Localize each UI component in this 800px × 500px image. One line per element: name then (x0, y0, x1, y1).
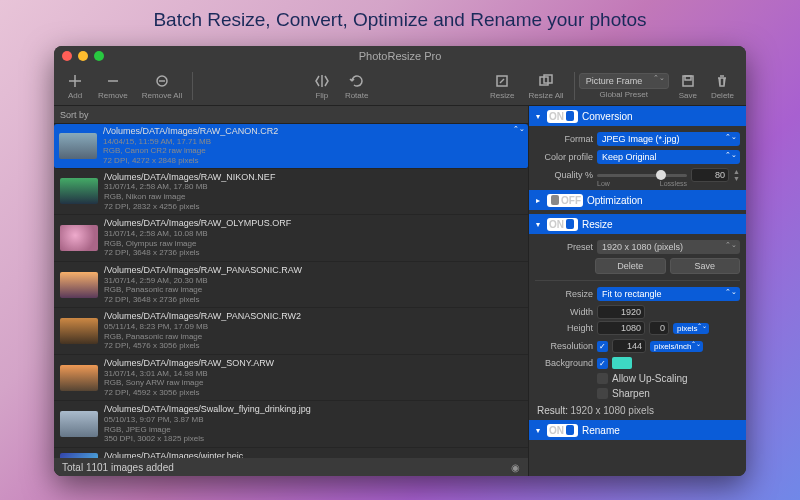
thumbnail (60, 365, 98, 391)
thumbnail (60, 225, 98, 251)
resize-all-button[interactable]: Resize All (523, 70, 570, 102)
app-window: PhotoResize Pro Add Remove Remove All Fl… (54, 46, 746, 476)
thumbnail (60, 272, 98, 298)
sort-by-button[interactable]: Sort by (54, 106, 528, 124)
upscale-checkbox[interactable]: ✓ (597, 373, 608, 384)
flip-button[interactable]: Flip (307, 70, 337, 102)
add-button[interactable]: Add (60, 70, 90, 102)
file-list[interactable]: /Volumes/DATA/Images/RAW_CANON.CR2 14/04… (54, 124, 528, 458)
tagline: Batch Resize, Convert, Optimize and Rena… (153, 9, 646, 31)
rotate-button[interactable]: Rotate (339, 70, 375, 102)
conversion-toggle[interactable]: ON (547, 110, 578, 123)
resolution-unit-select[interactable]: pixels/inch (650, 341, 703, 352)
optimization-toggle[interactable]: OFF (547, 194, 583, 207)
thumbnail (60, 411, 98, 437)
conversion-section-header[interactable]: ▾ ON Conversion (529, 106, 746, 126)
background-color-swatch[interactable] (612, 357, 632, 369)
eye-icon[interactable]: ◉ (511, 462, 520, 473)
resize-section-header[interactable]: ▾ ON Resize (529, 214, 746, 234)
list-item[interactable]: /Volumes/DATA/Images/RAW_SONY.ARW 31/07/… (54, 355, 528, 402)
list-item[interactable]: /Volumes/DATA/Images/RAW_NIKON.NEF 31/07… (54, 169, 528, 216)
background-checkbox[interactable]: ✓ (597, 358, 608, 369)
remove-all-button[interactable]: Remove All (136, 70, 188, 102)
unit-select[interactable]: pixels (673, 323, 709, 334)
toolbar: Add Remove Remove All Flip Rotate Resize… (54, 66, 746, 106)
rotation-input[interactable]: 0 (649, 321, 669, 335)
resolution-checkbox[interactable]: ✓ (597, 341, 608, 352)
global-preset-label: Global Preset (599, 90, 647, 99)
format-select[interactable]: JPEG Image (*.jpg) (597, 132, 740, 146)
thumbnail (59, 133, 97, 159)
resize-toggle[interactable]: ON (547, 218, 578, 231)
stepper-icon[interactable]: ▲▼ (733, 168, 740, 182)
chevron-down-icon: ▾ (533, 112, 543, 121)
height-input[interactable]: 1080 (597, 321, 645, 335)
chevron-down-icon: ▾ (533, 426, 543, 435)
list-item[interactable]: /Volumes/DATA/Images/RAW_PANASONIC.RW2 0… (54, 308, 528, 355)
file-path: /Volumes/DATA/Images/winter.heic (104, 451, 243, 458)
chevron-down-icon: ▾ (533, 220, 543, 229)
list-item[interactable]: /Volumes/DATA/Images/RAW_OLYMPUS.ORF 31/… (54, 215, 528, 262)
width-input[interactable]: 1920 (597, 305, 645, 319)
file-path: /Volumes/DATA/Images/Swallow_flying_drin… (104, 404, 311, 415)
quality-slider[interactable]: Low Lossless (597, 168, 687, 182)
rename-toggle[interactable]: ON (547, 424, 578, 437)
global-preset-select[interactable]: Picture Frame (579, 73, 669, 89)
list-item[interactable]: /Volumes/DATA/Images/Swallow_flying_drin… (54, 401, 528, 448)
rename-section-header[interactable]: ▾ ON Rename (529, 420, 746, 440)
window-title: PhotoResize Pro (54, 50, 746, 62)
sharpen-checkbox[interactable]: ✓ (597, 388, 608, 399)
file-path: /Volumes/DATA/Images/RAW_OLYMPUS.ORF (104, 218, 291, 229)
remove-button[interactable]: Remove (92, 70, 134, 102)
list-item[interactable]: /Volumes/DATA/Images/winter.heic 08/08/2… (54, 448, 528, 458)
settings-panel: ▾ ON Conversion FormatJPEG Image (*.jpg)… (528, 106, 746, 476)
file-path: /Volumes/DATA/Images/RAW_NIKON.NEF (104, 172, 275, 183)
file-path: /Volumes/DATA/Images/RAW_SONY.ARW (104, 358, 274, 369)
color-profile-select[interactable]: Keep Original (597, 150, 740, 164)
file-path: /Volumes/DATA/Images/RAW_PANASONIC.RAW (104, 265, 302, 276)
svg-rect-5 (685, 76, 691, 80)
list-item[interactable]: /Volumes/DATA/Images/RAW_PANASONIC.RAW 3… (54, 262, 528, 309)
save-preset-button[interactable]: Save (673, 70, 703, 102)
resize-button[interactable]: Resize (484, 70, 520, 102)
resize-preset-select[interactable]: 1920 x 1080 (pixels) (597, 240, 740, 254)
preset-save-button[interactable]: Save (670, 258, 741, 274)
list-item[interactable]: /Volumes/DATA/Images/RAW_CANON.CR2 14/04… (54, 124, 528, 169)
delete-preset-button[interactable]: Delete (705, 70, 740, 102)
status-text: Total 1101 images added (62, 462, 174, 473)
chevron-right-icon: ▸ (533, 196, 543, 205)
quality-value[interactable]: 80 (691, 168, 729, 182)
file-path: /Volumes/DATA/Images/RAW_PANASONIC.RW2 (104, 311, 301, 322)
thumbnail (60, 318, 98, 344)
resolution-input[interactable]: 144 (612, 339, 646, 353)
titlebar[interactable]: PhotoResize Pro (54, 46, 746, 66)
file-path: /Volumes/DATA/Images/RAW_CANON.CR2 (103, 126, 278, 137)
optimization-section-header[interactable]: ▸ OFF Optimization (529, 190, 746, 210)
preset-delete-button[interactable]: Delete (595, 258, 666, 274)
resize-mode-select[interactable]: Fit to rectangle (597, 287, 740, 301)
thumbnail (60, 178, 98, 204)
